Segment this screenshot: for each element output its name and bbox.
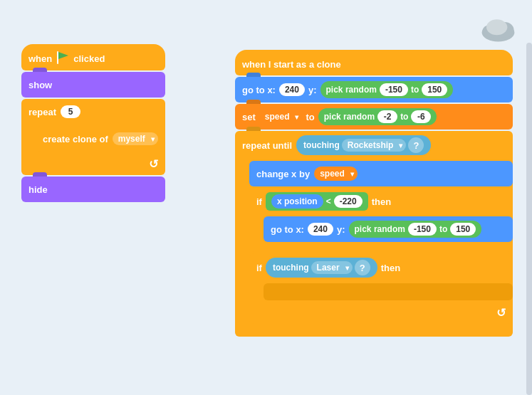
touching-2-label: touching: [273, 263, 309, 273]
then-2-label: then: [381, 263, 400, 273]
return-arrow-2: ↺: [496, 306, 506, 320]
change-x-block: change x by speed: [249, 161, 513, 186]
cloud-icon: [479, 14, 518, 43]
show-block: show: [21, 72, 165, 98]
create-clone-block: create clone of myself: [36, 126, 165, 152]
pr2-to-label: to: [400, 112, 408, 122]
set-speed-block: set speed to pick random -2 to -6: [235, 104, 513, 130]
pr2-to[interactable]: -6: [411, 110, 431, 123]
svg-rect-4: [57, 51, 58, 64]
goto2-x-value[interactable]: 240: [308, 223, 333, 236]
pick-random-label-1: pick random: [326, 85, 377, 95]
pick-random-block-2: pick random -2 to -6: [318, 108, 437, 125]
then-1-label: then: [372, 196, 391, 207]
repeat-until-label: repeat until: [242, 140, 292, 151]
when-clone-block: when I start as a clone: [235, 50, 513, 75]
lt-label: <: [326, 196, 331, 206]
create-clone-label: create clone of: [43, 134, 108, 144]
goto2-y-label: y:: [337, 224, 345, 235]
qmark-1: ?: [408, 137, 424, 153]
qmark-2: ?: [355, 260, 370, 275]
rocketship-dropdown[interactable]: Rocketship: [342, 139, 407, 152]
set-label: set: [242, 112, 256, 122]
scrollbar[interactable]: [526, 43, 532, 395]
pr2-from[interactable]: -2: [377, 110, 397, 123]
if-block-1: if x position < -220 then go: [249, 188, 513, 252]
myself-dropdown[interactable]: myself: [113, 132, 158, 145]
left-block-group: when clicked show repeat 5 cre: [21, 44, 165, 202]
to-label: to: [306, 112, 314, 122]
goto-block-2: go to x: 240 y: pick random -150 to 150: [264, 216, 513, 242]
if-block-2: if touching Laser ? then: [249, 253, 513, 324]
svg-marker-5: [58, 52, 68, 59]
touching-rocketship-block: touching Rocketship ?: [296, 135, 431, 155]
if-1-label: if: [256, 196, 262, 207]
pr3-to[interactable]: 150: [450, 223, 476, 236]
goto-label: go to x:: [242, 85, 276, 95]
when-label: when: [28, 53, 52, 64]
clone-header-label: when I start as a clone: [242, 59, 341, 70]
laser-dropdown[interactable]: Laser: [311, 261, 353, 274]
pick-random-block-1: pick random -150 to 150: [320, 81, 454, 98]
change-x-label: change x by: [256, 169, 310, 179]
speed-var-2[interactable]: speed: [314, 167, 358, 181]
goto2-label: go to x:: [271, 224, 304, 235]
repeat-label: repeat: [28, 107, 56, 117]
show-label: show: [28, 80, 52, 90]
clicked-label: clicked: [73, 53, 105, 64]
hide-label: hide: [28, 184, 48, 195]
repeat-return-arrow: ↺: [149, 157, 158, 171]
hide-block: hide: [21, 177, 165, 202]
flag-icon: [56, 51, 70, 66]
goto-block-1: go to x: 240 y: pick random -150 to 150: [235, 77, 513, 102]
pick-random-label-2: pick random: [324, 112, 375, 122]
pr1-to[interactable]: 150: [422, 83, 447, 96]
repeat-until-block: repeat until touching Rocketship ? chang…: [235, 131, 513, 337]
xpos-value[interactable]: -220: [334, 195, 363, 208]
touching-laser-block: touching Laser ?: [266, 258, 377, 278]
xpos-label: x position: [271, 194, 323, 209]
if-2-label: if: [256, 263, 262, 273]
repeat-block: repeat 5 create clone of myself ↺: [21, 99, 165, 175]
svg-point-3: [486, 19, 507, 35]
speed-var-1[interactable]: speed: [259, 110, 303, 124]
pr3-from[interactable]: -150: [408, 223, 437, 236]
pr1-from[interactable]: -150: [380, 83, 408, 96]
repeat-value[interactable]: 5: [61, 105, 80, 118]
goto-x-value[interactable]: 240: [279, 83, 305, 96]
pick-random-label-3: pick random: [355, 224, 405, 234]
pr3-to-label: to: [439, 224, 447, 234]
touching-1-label: touching: [303, 140, 340, 150]
pr1-to-label: to: [411, 85, 419, 95]
pick-random-block-3: pick random -150 to 150: [349, 221, 482, 238]
goto-y-label: y:: [308, 85, 317, 95]
xpos-lt-block: x position < -220: [266, 192, 368, 211]
right-block-group: when I start as a clone go to x: 240 y: …: [235, 50, 513, 337]
when-clicked-block: when clicked: [21, 44, 165, 70]
